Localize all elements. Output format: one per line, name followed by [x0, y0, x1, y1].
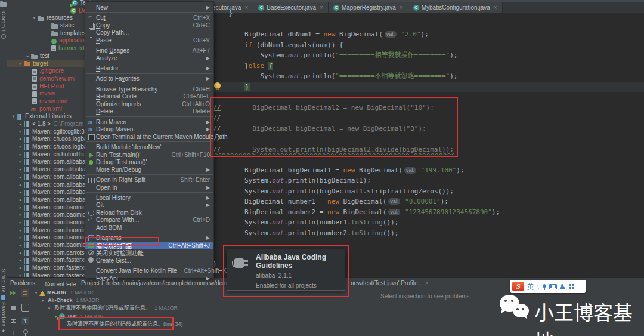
code-line: System.out.println(bigDecimal1.stripTrai…	[213, 186, 500, 197]
doc-icon	[32, 76, 37, 82]
menu-separator	[86, 233, 213, 233]
structure-tool-button[interactable]: Structure	[1, 269, 7, 293]
sogou-logo-icon[interactable]: S	[512, 282, 524, 291]
menu-item[interactable]: Find UsagesAlt+F7	[85, 47, 213, 54]
folder-icon	[38, 17, 44, 21]
group-button[interactable]	[10, 317, 17, 325]
navigate-up-button[interactable]: ↑	[10, 329, 17, 336]
submenu-arrow-icon: ▶	[206, 195, 210, 201]
menu-item[interactable]: Add to Favorites▶	[85, 75, 213, 83]
submenu-arrow-icon: ▶	[206, 66, 210, 71]
menu-item[interactable]: Convert Java File to Kotlin FileCtrl+Alt…	[85, 267, 213, 275]
submenu-arrow-icon: ▶	[206, 167, 210, 172]
lib-icon	[24, 197, 30, 203]
commit-tool-button[interactable]: Commit	[1, 11, 7, 32]
lib-icon	[24, 159, 30, 165]
ime-toolbar[interactable]: S 英 ’,	[510, 280, 586, 293]
menu-item[interactable]: Open in Right SplitShift+Enter	[85, 176, 213, 184]
menu-item[interactable]: Copy Path...	[85, 29, 213, 36]
inline-parameter-hint: val:	[388, 209, 400, 215]
menu-item[interactable]: Open In▶	[85, 184, 213, 192]
run-icon	[88, 152, 95, 158]
keyboard-icon[interactable]	[549, 284, 557, 289]
menu-item[interactable]: Analyze▶	[85, 54, 213, 62]
intention-bulb-icon[interactable]	[214, 82, 221, 89]
wechat-logo-icon	[500, 294, 533, 323]
divider	[376, 288, 376, 336]
menu-item[interactable]: Debug 'Test.main()'	[85, 158, 213, 166]
problems-row[interactable]: ▾及时清理不再使用的代码段或配置信息。1 MAJOR	[46, 304, 178, 312]
menu-item[interactable]: Local History▶	[85, 194, 213, 202]
expand-all-button[interactable]	[10, 304, 17, 312]
profile-button[interactable]	[21, 289, 29, 297]
menu-item[interactable]: Git▶	[85, 202, 213, 209]
menu-item[interactable]: Create Gist...	[85, 257, 213, 264]
problems-row[interactable]: ▾MAJOR1 MAJOR	[33, 289, 94, 297]
code-line: BigDecimal bigDecimal1 = new BigDecimal(…	[213, 165, 500, 176]
inline-parameter-hint: val:	[388, 198, 400, 205]
code-line: System.out.println(number2.toString());	[213, 228, 500, 239]
lib-icon	[24, 144, 30, 150]
menu-separator	[86, 141, 213, 142]
submenu-arrow-icon: ▶	[206, 276, 210, 281]
lib-icon	[24, 220, 30, 226]
menu-item[interactable]: Compare With...Ctrl+D	[85, 217, 213, 224]
favorites-tool-button[interactable]: Favorites	[1, 302, 7, 327]
lib-icon	[24, 152, 30, 158]
ime-punct-icon[interactable]: ’,	[537, 283, 540, 289]
menu-item[interactable]: CutCtrl+X	[85, 14, 213, 21]
menu-item[interactable]: EasyApi▶	[85, 275, 213, 282]
code-line: BigDecimal number2 = new BigDecimal(val:…	[213, 207, 500, 218]
menu-item[interactable]: Debug Maven▶	[85, 125, 213, 133]
doc-icon	[51, 45, 56, 51]
frame-button[interactable]	[21, 304, 29, 312]
menu-item[interactable]: Open Terminal at the Current Maven Modul…	[85, 133, 213, 141]
menu-item[interactable]: Optimize ImportsCtrl+Alt+O	[85, 100, 213, 108]
filter-button[interactable]	[21, 317, 29, 325]
microphone-icon[interactable]	[543, 284, 546, 289]
ime-lang-indicator[interactable]: 英	[527, 282, 534, 291]
menu-item[interactable]: PasteCtrl+V	[85, 36, 213, 44]
menu-item[interactable]: Build Module 'demoNew'	[85, 143, 213, 151]
code-line: System.out.println(number1.toString());	[213, 217, 500, 228]
problems-row[interactable]: ▾Ali-Check1 MAJOR	[39, 297, 100, 304]
lib-icon	[24, 258, 30, 264]
github-icon	[88, 257, 95, 264]
menu-item[interactable]: New▶	[85, 4, 213, 11]
menu-item[interactable]: More Run/Debug▶	[85, 166, 213, 174]
tab-inspection-path-right[interactable]: new/test/Test.java' Profile...×	[351, 280, 429, 286]
menu-item[interactable]: Run Maven▶	[85, 118, 213, 126]
menu-item[interactable]: 关闭实时检测功能	[85, 249, 213, 257]
folder-icon	[51, 32, 58, 36]
lib-icon	[24, 190, 30, 196]
menu-item[interactable]: Delete...Delete	[85, 107, 213, 115]
split-icon	[88, 177, 95, 183]
watermark-text: 小王博客基地	[534, 297, 644, 336]
pin-button[interactable]	[21, 329, 29, 336]
menu-item[interactable]: Reformat CodeCtrl+Alt+L	[85, 93, 213, 100]
tool-window-bar: Commit Structure Favorites ★	[0, 0, 7, 336]
code-line	[213, 19, 500, 30]
close-icon[interactable]: ×	[425, 280, 429, 286]
menu-item[interactable]: Add BOM	[85, 224, 213, 232]
rerun-inspection-button[interactable]	[10, 289, 17, 297]
account-icon[interactable]	[560, 284, 566, 289]
menu-item[interactable]: Run 'Test.main()'Ctrl+Shift+F10	[85, 151, 213, 159]
lib-icon	[24, 250, 30, 256]
debug-icon	[88, 159, 95, 165]
annotation-box-comment	[210, 97, 458, 157]
project-tool-icon[interactable]	[0, 2, 7, 7]
menu-grid-icon[interactable]	[569, 284, 574, 289]
code-line: }	[213, 8, 500, 19]
menu-item[interactable]: Browse Type HierarchyCtrl+H	[85, 85, 213, 93]
folder-icon	[24, 62, 30, 66]
lib-icon	[24, 129, 30, 135]
menu-item[interactable]: CopyCtrl+C	[85, 21, 213, 29]
folder-icon	[31, 55, 38, 59]
menu-item[interactable]: Refactor▶	[85, 64, 213, 72]
doc-icon	[32, 69, 37, 75]
code-line: System.out.println("=========不相等就忽略=====…	[213, 71, 500, 82]
submenu-arrow-icon: ▶	[206, 185, 210, 190]
menu-item[interactable]: Reload from Disk	[85, 209, 213, 217]
menu-separator	[86, 45, 213, 45]
